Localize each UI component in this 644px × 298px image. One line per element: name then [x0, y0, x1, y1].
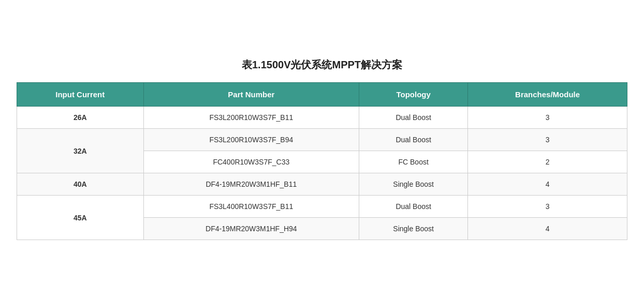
header-part-number: Part Number [143, 83, 359, 107]
header-input-current: Input Current [17, 83, 144, 107]
topology-cell: Dual Boost [359, 129, 468, 151]
branches-cell: 3 [468, 107, 627, 129]
page-title: 表1.1500V光伏系统MPPT解决方案 [17, 58, 627, 72]
part-number-cell: DF4-19MR20W3M1HF_H94 [143, 218, 359, 240]
part-number-cell: FS3L400R10W3S7F_B11 [143, 196, 359, 218]
header-branches: Branches/Module [468, 83, 627, 107]
input-current-cell: 26A [17, 107, 144, 129]
part-number-cell: FC400R10W3S7F_C33 [143, 151, 359, 173]
table-row: 40ADF4-19MR20W3M1HF_B11Single Boost4 [17, 173, 627, 196]
topology-cell: Single Boost [359, 173, 468, 196]
topology-cell: Dual Boost [359, 107, 468, 129]
branches-cell: 4 [468, 218, 627, 240]
branches-cell: 4 [468, 173, 627, 196]
part-number-cell: FS3L200R10W3S7F_B11 [143, 107, 359, 129]
main-container: 表1.1500V光伏系统MPPT解决方案 Input Current Part … [17, 58, 627, 240]
branches-cell: 3 [468, 129, 627, 151]
mppt-table: Input Current Part Number Topology Branc… [17, 82, 627, 240]
branches-cell: 3 [468, 196, 627, 218]
table-row: 32AFS3L200R10W3S7F_B94Dual Boost3 [17, 129, 627, 151]
branches-cell: 2 [468, 151, 627, 173]
topology-cell: Dual Boost [359, 196, 468, 218]
table-row: 26AFS3L200R10W3S7F_B11Dual Boost3 [17, 107, 627, 129]
part-number-cell: DF4-19MR20W3M1HF_B11 [143, 173, 359, 196]
table-header-row: Input Current Part Number Topology Branc… [17, 83, 627, 107]
topology-cell: Single Boost [359, 218, 468, 240]
topology-cell: FC Boost [359, 151, 468, 173]
header-topology: Topology [359, 83, 468, 107]
input-current-cell: 32A [17, 129, 144, 173]
table-body: 26AFS3L200R10W3S7F_B11Dual Boost332AFS3L… [17, 107, 627, 240]
input-current-cell: 45A [17, 196, 144, 240]
input-current-cell: 40A [17, 173, 144, 196]
table-row: 45AFS3L400R10W3S7F_B11Dual Boost3 [17, 196, 627, 218]
part-number-cell: FS3L200R10W3S7F_B94 [143, 129, 359, 151]
